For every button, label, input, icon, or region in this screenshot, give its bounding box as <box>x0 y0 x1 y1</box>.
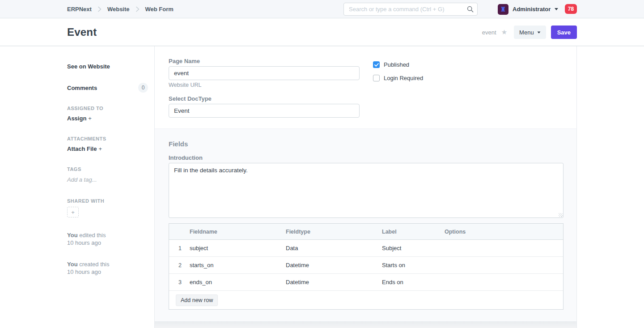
fieldtype-cell[interactable]: Data <box>280 245 377 251</box>
fieldname-cell[interactable]: ends_on <box>184 279 280 285</box>
menu-button[interactable]: Menu <box>514 26 546 39</box>
assigned-to-heading: ASSIGNED TO <box>67 106 103 111</box>
activity-action: edited this <box>79 232 106 239</box>
activity-action: created this <box>79 261 109 268</box>
search-icon <box>467 6 474 14</box>
attach-file-button[interactable]: Attach File+ <box>67 145 102 152</box>
column-header-label: Label <box>377 229 439 235</box>
page-name-input[interactable] <box>169 66 360 80</box>
top-navbar: ERPNext Website Web Form ♜ Administrator… <box>0 0 644 18</box>
see-on-website-link[interactable]: See on Website <box>67 63 110 70</box>
introduction-textarea[interactable]: Fill in the details accurately. <box>169 163 564 218</box>
notifications-badge[interactable]: 78 <box>565 4 577 14</box>
assign-button[interactable]: Assign+ <box>67 115 92 122</box>
fields-grid-table: Fieldname Fieldtype Label Options 1 subj… <box>169 223 564 310</box>
table-row[interactable]: 3 ends_on Datetime Ends on <box>169 274 563 291</box>
breadcrumb-web-form[interactable]: Web Form <box>145 6 174 13</box>
attach-file-label: Attach File <box>67 145 97 152</box>
chevron-right-icon <box>97 6 102 12</box>
activity-user: You <box>67 232 78 239</box>
page-name-label: Page Name <box>169 58 200 64</box>
page-head: Event event ★ Menu Save <box>0 18 644 46</box>
activity-user: You <box>67 261 78 268</box>
plus-icon: + <box>98 145 102 152</box>
label-cell[interactable]: Subject <box>377 245 439 251</box>
introduction-label: Introduction <box>169 154 203 161</box>
page-title: Event <box>67 18 97 46</box>
add-share-button[interactable]: + <box>67 207 79 217</box>
table-row[interactable]: 2 starts_on Datetime Starts on <box>169 257 563 274</box>
chevron-right-icon <box>136 6 140 12</box>
global-search <box>343 3 478 16</box>
breadcrumb-erpnext[interactable]: ERPNext <box>67 6 92 13</box>
chevron-down-icon <box>555 8 558 10</box>
search-input[interactable] <box>343 3 478 16</box>
login-required-checkbox[interactable]: Login Required <box>373 75 423 81</box>
attachments-heading: ATTACHMENTS <box>67 136 106 141</box>
page-actions: event ★ Menu Save <box>482 18 577 46</box>
user-name: Administrator <box>513 6 551 13</box>
published-label: Published <box>384 61 409 68</box>
table-row[interactable]: 1 subject Data Subject <box>169 240 563 257</box>
plus-icon: + <box>88 115 92 122</box>
sidebar-divider <box>154 46 155 328</box>
row-number[interactable]: 3 <box>169 279 184 285</box>
add-new-row-button[interactable]: Add new row <box>176 294 218 306</box>
main-right-divider <box>576 46 577 328</box>
shared-with-heading: SHARED WITH <box>67 198 104 204</box>
checkbox-checked-icon <box>373 61 380 68</box>
table-header-row: Fieldname Fieldtype Label Options <box>169 224 563 240</box>
column-header-fieldtype: Fieldtype <box>280 229 377 235</box>
row-number[interactable]: 2 <box>169 262 184 268</box>
select-doctype-label: Select DocType <box>169 95 212 102</box>
select-doctype-input[interactable] <box>169 104 360 118</box>
fieldname-cell[interactable]: subject <box>184 245 280 251</box>
login-required-label: Login Required <box>384 75 423 81</box>
user-menu[interactable]: ♜ Administrator <box>498 0 558 18</box>
checkbox-unchecked-icon <box>373 75 380 81</box>
fieldtype-cell[interactable]: Datetime <box>280 279 377 285</box>
menu-button-label: Menu <box>519 29 534 36</box>
label-cell[interactable]: Ends on <box>377 279 439 285</box>
row-number[interactable]: 1 <box>169 245 184 251</box>
label-cell[interactable]: Starts on <box>377 262 439 268</box>
comments-link[interactable]: Comments <box>67 85 97 91</box>
breadcrumb-website[interactable]: Website <box>107 6 130 13</box>
add-tag-input[interactable]: Add a tag... <box>67 176 97 183</box>
activity-edited: You edited this 10 hours ago <box>67 231 106 247</box>
next-section-edge <box>155 321 576 328</box>
activity-time: 10 hours ago <box>67 268 109 276</box>
assign-label: Assign <box>67 115 86 122</box>
activity-created: You created this 10 hours ago <box>67 260 109 276</box>
fieldname-cell[interactable]: starts_on <box>184 262 280 268</box>
comments-count-badge[interactable]: 0 <box>138 83 148 93</box>
activity-time: 10 hours ago <box>67 239 106 247</box>
doc-name-label: event <box>482 29 496 36</box>
fieldtype-cell[interactable]: Datetime <box>280 262 377 268</box>
published-checkbox[interactable]: Published <box>373 61 409 68</box>
breadcrumb: ERPNext Website Web Form <box>67 0 174 18</box>
web-form-page: ERPNext Website Web Form ♜ Administrator… <box>0 0 644 328</box>
tags-heading: TAGS <box>67 166 81 172</box>
column-header-fieldname: Fieldname <box>184 229 280 235</box>
star-icon[interactable]: ★ <box>501 28 507 36</box>
save-button[interactable]: Save <box>551 26 577 39</box>
fields-section-heading: Fields <box>169 140 188 148</box>
user-avatar: ♜ <box>498 4 508 15</box>
textarea-resize-handle[interactable] <box>559 213 563 217</box>
table-footer: Add new row <box>169 291 563 309</box>
website-url-link[interactable]: Website URL <box>169 82 201 88</box>
chevron-down-icon <box>537 31 540 33</box>
column-header-options: Options <box>439 229 563 235</box>
